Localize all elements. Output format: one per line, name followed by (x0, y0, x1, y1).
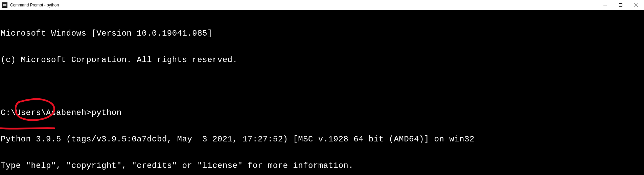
minimize-button[interactable] (597, 0, 613, 10)
close-button[interactable] (628, 0, 644, 10)
window-titlebar: Command Prompt - python (0, 0, 644, 10)
annotation-underline (0, 125, 55, 132)
terminal-line: Type "help", "copyright", "credits" or "… (1, 161, 643, 170)
terminal-output[interactable]: Microsoft Windows [Version 10.0.19041.98… (0, 10, 644, 175)
window-controls (597, 0, 644, 10)
svg-rect-1 (619, 3, 622, 6)
terminal-line: Microsoft Windows [Version 10.0.19041.98… (1, 29, 643, 38)
terminal-line: C:\Users\Asabeneh>python (1, 109, 643, 117)
terminal-line: (c) Microsoft Corporation. All rights re… (1, 56, 643, 64)
terminal-line (1, 82, 643, 91)
terminal-line: Python 3.9.5 (tags/v3.9.5:0a7dcbd, May 3… (1, 135, 643, 144)
window-title: Command Prompt - python (10, 3, 597, 7)
maximize-button[interactable] (613, 0, 628, 10)
cmd-icon (2, 2, 7, 8)
